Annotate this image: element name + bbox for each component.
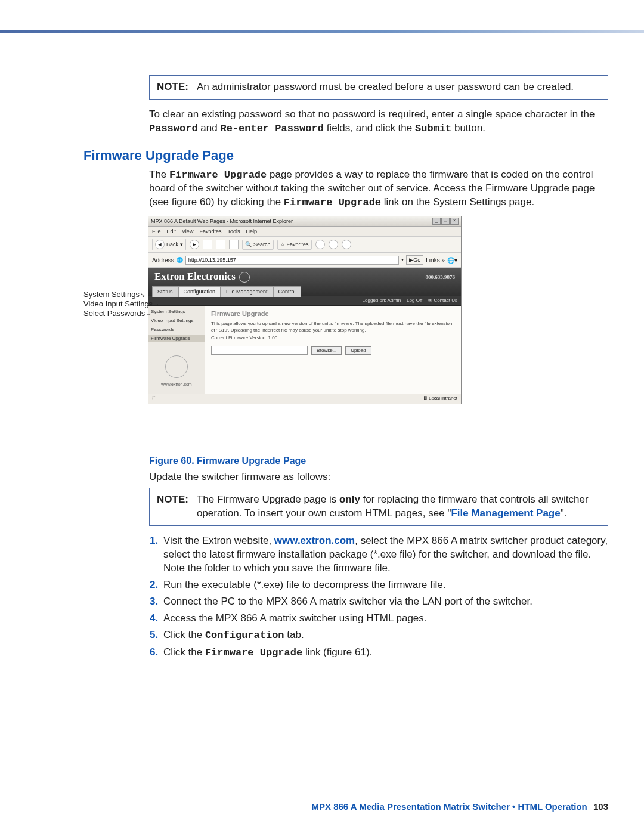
sidebar-item-passwords[interactable]: Passwords: [148, 326, 205, 334]
callout-system-settings: System Settings: [83, 290, 144, 299]
bold-only: only: [339, 494, 360, 505]
reenter-field-name: Re-enter Password: [220, 123, 323, 134]
status-bar: ⬚ 🖥 Local intranet: [148, 394, 461, 404]
favorites-label: Favorites: [287, 241, 309, 248]
note-body: The Firmware Upgrade page is only for re…: [197, 493, 600, 521]
mono-text: Firmware Upgrade: [169, 169, 267, 181]
phone-number: 800.633.9876: [426, 274, 456, 281]
history-icon[interactable]: [315, 240, 325, 249]
favorites-button[interactable]: ☆ Favorites: [277, 240, 312, 249]
menu-favorites[interactable]: Favorites: [199, 228, 221, 235]
refresh-icon[interactable]: [216, 240, 225, 249]
mono-text: Firmware Upgrade: [205, 647, 302, 658]
go-button[interactable]: ▶ Go: [406, 255, 423, 265]
menu-view[interactable]: View: [182, 228, 193, 235]
forward-icon[interactable]: ►: [190, 240, 199, 249]
note-box-only-firmware: NOTE: The Firmware Upgrade page is only …: [149, 488, 608, 526]
text: Click the: [163, 646, 205, 658]
pane-heading: Firmware Upgrade: [211, 309, 455, 318]
page-footer: MPX 866 A Media Presentation Matrix Swit…: [311, 801, 608, 813]
browse-button[interactable]: Browse...: [311, 346, 342, 355]
search-button[interactable]: 🔍 Search: [242, 240, 274, 249]
firmware-intro-paragraph: The Firmware Upgrade page provides a way…: [149, 168, 608, 210]
section-heading-firmware-upgrade: Firmware Upgrade Page: [83, 147, 608, 165]
tab-status[interactable]: Status: [152, 286, 178, 296]
file-path-input[interactable]: [211, 346, 308, 355]
brand-header: Extron Electronics 800.633.9876 Status C…: [148, 268, 461, 296]
print-icon[interactable]: [342, 240, 351, 249]
text: button.: [454, 122, 485, 134]
minimize-icon[interactable]: _: [432, 218, 441, 225]
contact-label: Contact Us: [434, 298, 457, 303]
mail-icon[interactable]: [329, 240, 338, 249]
clear-password-paragraph: To clear an existing password so that no…: [149, 108, 608, 136]
step-1: Visit the Extron website, www.extron.com…: [161, 534, 608, 575]
callout-video-input: Video Input Settings: [83, 299, 144, 309]
sidebar-url: www.extron.com: [161, 382, 191, 387]
current-fw-version: Current Firmware Version: 1.00: [211, 335, 455, 342]
text: Click the: [163, 629, 205, 640]
text: link (figure 61).: [302, 646, 372, 658]
sidebar-item-system-settings[interactable]: System Settings: [148, 308, 205, 316]
step-2: Run the executable (*.exe) file to decom…: [161, 578, 608, 592]
pane-description: This page allows you to upload a new ver…: [211, 321, 455, 334]
sidebar-item-firmware-upgrade[interactable]: Firmware Upgrade: [148, 335, 205, 343]
note-body: An administrator password must be create…: [197, 80, 574, 94]
note-box-admin-password: NOTE: An administrator password must be …: [149, 75, 608, 100]
address-bar: Address 🌐 http://10.13.195.157 ▾ ▶ Go Li…: [148, 253, 461, 268]
submit-button-name: Submit: [415, 123, 451, 134]
zone-label: Local intranet: [429, 395, 457, 401]
text: tab.: [284, 629, 304, 640]
mono-text: Firmware Upgrade: [284, 197, 381, 208]
footer-title: MPX 866 A Media Presentation Matrix Swit…: [311, 801, 587, 812]
step-5: Click the Configuration tab.: [161, 628, 608, 643]
extron-website-link[interactable]: www.extron.com: [274, 535, 355, 546]
figure-caption: Figure 60. Firmware Upgrade Page: [149, 454, 608, 467]
go-label: Go: [413, 256, 420, 264]
text: fields, and click the: [327, 122, 415, 134]
text: link on the System Settings page.: [384, 196, 534, 208]
footer-page-number: 103: [593, 801, 608, 812]
sidebar: System Settings Video Input Settings Pas…: [148, 306, 205, 394]
maximize-icon[interactable]: □: [441, 218, 450, 225]
sidebar-item-video-input[interactable]: Video Input Settings: [148, 317, 205, 325]
address-input[interactable]: http://10.13.195.157: [185, 256, 400, 265]
menu-help[interactable]: Help: [246, 228, 257, 235]
menu-bar: File Edit View Favorites Tools Help: [148, 227, 461, 237]
back-button[interactable]: ◄Back ▾: [152, 239, 186, 250]
contact-us-link[interactable]: ✉ Contact Us: [428, 298, 457, 304]
callout-select-passwords: Select Passwords: [83, 309, 144, 318]
step-4: Access the MPX 866 A matrix switcher usi…: [161, 612, 608, 625]
screenshot-figure: System Settings Video Input Settings Sel…: [83, 216, 608, 404]
file-management-page-link[interactable]: File Management Page: [451, 507, 560, 519]
tab-configuration[interactable]: Configuration: [178, 286, 221, 296]
note-label: NOTE:: [157, 493, 188, 521]
tab-control[interactable]: Control: [273, 286, 301, 296]
menu-file[interactable]: File: [152, 228, 161, 235]
callout-labels: System Settings Video Input Settings Sel…: [83, 216, 144, 318]
upload-button[interactable]: Upload: [345, 346, 371, 355]
close-icon[interactable]: ×: [450, 218, 459, 225]
links-label[interactable]: Links »: [426, 256, 445, 265]
menu-tools[interactable]: Tools: [227, 228, 240, 235]
log-off-link[interactable]: Log Off: [407, 298, 422, 304]
text: The: [149, 169, 169, 180]
text: Visit the Extron website,: [163, 535, 274, 546]
menu-edit[interactable]: Edit: [167, 228, 177, 235]
brand-text: Extron Electronics: [154, 270, 236, 284]
note-label: NOTE:: [157, 80, 188, 94]
text: and: [200, 122, 220, 134]
page-body: System Settings Video Input Settings Pas…: [148, 306, 461, 394]
address-value: http://10.13.195.157: [188, 256, 236, 264]
tab-file-management[interactable]: File Management: [221, 286, 273, 296]
steps-list: Visit the Extron website, www.extron.com…: [149, 534, 608, 660]
text: The Firmware Upgrade page is: [197, 494, 339, 505]
stop-icon[interactable]: [203, 240, 212, 249]
sub-strip: Logged on: Admin Log Off ✉ Contact Us: [148, 296, 461, 306]
home-icon[interactable]: [229, 240, 239, 249]
top-accent-bar: [0, 30, 644, 33]
address-label: Address: [152, 256, 174, 265]
ie-logo-icon: 🌐▾: [447, 256, 457, 265]
logged-on-label: Logged on: Admin: [363, 298, 401, 304]
extron-logo-icon: [165, 355, 188, 378]
